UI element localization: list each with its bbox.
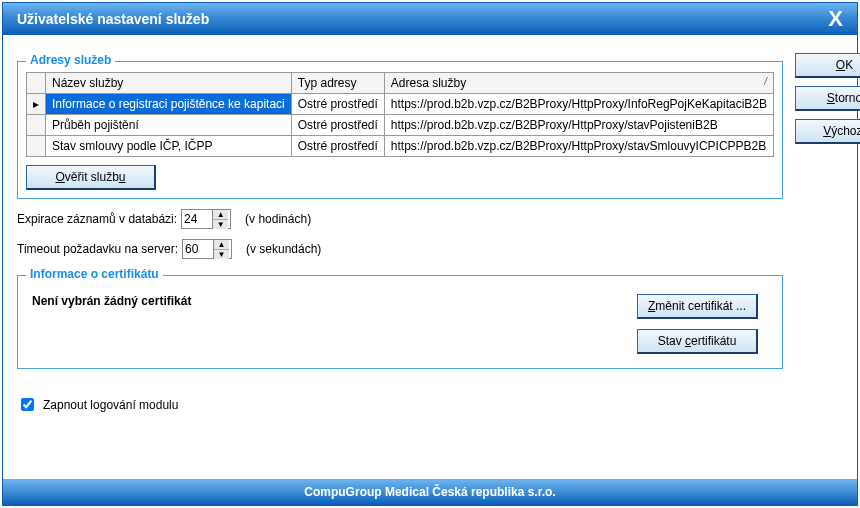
addresses-legend: Adresy služeb: [26, 53, 115, 67]
window-title: Uživatelské nastavení služeb: [17, 11, 209, 27]
certificate-group: Informace o certifikátu Není vybrán žádn…: [17, 275, 783, 369]
chevron-down-icon[interactable]: ▼: [214, 250, 229, 259]
cancel-button[interactable]: Storno: [795, 86, 860, 111]
logging-row: Zapnout logování modulu: [17, 395, 783, 414]
timeout-unit: (v sekundách): [246, 242, 321, 256]
row-header-blank: [27, 73, 46, 94]
expiration-row: Expirace záznamů v databázi: ▲ ▼ (v hodi…: [17, 209, 783, 229]
certificate-status-text: Není vybrán žádný certifikát: [32, 294, 191, 308]
titlebar: Uživatelské nastavení služeb X: [3, 3, 857, 35]
settings-window: Uživatelské nastavení služeb X Adresy sl…: [2, 2, 858, 506]
cell-name[interactable]: Stav smlouvy podle IČP, IČPP: [46, 136, 292, 157]
chevron-up-icon[interactable]: ▲: [214, 240, 229, 250]
enable-logging-checkbox[interactable]: [21, 398, 34, 411]
chevron-down-icon[interactable]: ▼: [213, 220, 228, 229]
cell-type[interactable]: Ostré prostředí: [291, 94, 384, 115]
timeout-label: Timeout požadavku na server:: [17, 242, 178, 256]
table-row[interactable]: ▸ Informace o registraci pojištěnce ke k…: [27, 94, 774, 115]
expiration-input[interactable]: [182, 210, 212, 228]
table-row[interactable]: Průběh pojištění Ostré prostředí https:/…: [27, 115, 774, 136]
timeout-input[interactable]: [183, 240, 213, 258]
expiration-label: Expirace záznamů v databázi:: [17, 212, 177, 226]
certificate-legend: Informace o certifikátu: [26, 267, 163, 281]
row-pointer-icon: ▸: [27, 94, 46, 115]
col-addr-header[interactable]: Adresa služby/: [384, 73, 773, 94]
addresses-group: Adresy služeb Název služby Typ adresy Ad…: [17, 61, 783, 199]
timeout-row: Timeout požadavku na server: ▲ ▼ (v seku…: [17, 239, 783, 259]
cell-name[interactable]: Průběh pojištění: [46, 115, 292, 136]
defaults-button[interactable]: Výchozí: [795, 119, 860, 144]
table-row[interactable]: Stav smlouvy podle IČP, IČPP Ostré prost…: [27, 136, 774, 157]
change-certificate-button[interactable]: Změnit certifikát ...: [637, 294, 758, 319]
close-icon[interactable]: X: [828, 8, 843, 30]
expiration-unit: (v hodinách): [245, 212, 311, 226]
expiration-spinner[interactable]: ▲ ▼: [181, 209, 231, 229]
services-table[interactable]: Název služby Typ adresy Adresa služby/ ▸…: [26, 72, 774, 157]
cell-type[interactable]: Ostré prostředí: [291, 115, 384, 136]
ok-button[interactable]: OK: [795, 53, 860, 78]
footer-text: CompuGroup Medical Česká republika s.r.o…: [304, 485, 555, 499]
verify-service-button[interactable]: Ověřit službu: [26, 165, 156, 190]
cell-type[interactable]: Ostré prostředí: [291, 136, 384, 157]
certificate-state-button[interactable]: Stav certifikátu: [637, 329, 758, 354]
timeout-spinner[interactable]: ▲ ▼: [182, 239, 232, 259]
cell-name[interactable]: Informace o registraci pojištěnce ke kap…: [46, 94, 292, 115]
cell-addr[interactable]: https://prod.b2b.vzp.cz/B2BProxy/HttpPro…: [384, 115, 773, 136]
col-name-header[interactable]: Název služby: [46, 73, 292, 94]
footer: CompuGroup Medical Česká republika s.r.o…: [3, 479, 857, 505]
col-type-header[interactable]: Typ adresy: [291, 73, 384, 94]
enable-logging-label: Zapnout logování modulu: [43, 398, 178, 412]
chevron-up-icon[interactable]: ▲: [213, 210, 228, 220]
cell-addr[interactable]: https://prod.b2b.vzp.cz/B2BProxy/HttpPro…: [384, 136, 773, 157]
cell-addr[interactable]: https://prod.b2b.vzp.cz/B2BProxy/HttpPro…: [384, 94, 773, 115]
